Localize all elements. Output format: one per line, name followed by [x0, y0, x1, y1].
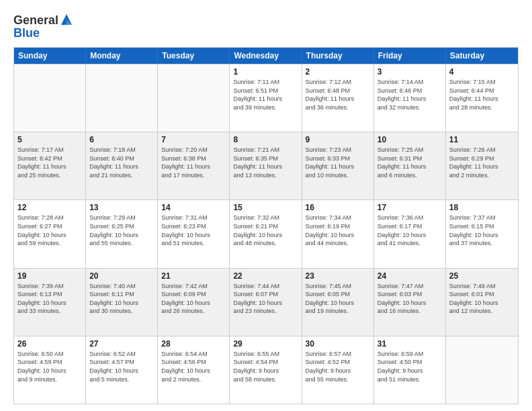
day-number: 12	[17, 203, 82, 212]
logo-icon	[60, 13, 73, 28]
calendar-cell-1-0: 5Sunrise: 7:17 AM Sunset: 6:42 PM Daylig…	[14, 132, 86, 199]
cell-info: Sunrise: 7:32 AM Sunset: 6:21 PM Dayligh…	[233, 214, 298, 247]
day-number: 7	[161, 135, 226, 144]
day-number: 27	[89, 339, 154, 349]
cell-info: Sunrise: 7:47 AM Sunset: 6:03 PM Dayligh…	[378, 282, 442, 316]
day-number: 13	[89, 203, 154, 212]
cell-info: Sunrise: 6:59 AM Sunset: 4:50 PM Dayligh…	[378, 350, 442, 383]
cell-info: Sunrise: 7:49 AM Sunset: 6:01 PM Dayligh…	[449, 282, 515, 316]
day-number: 26	[17, 339, 82, 349]
day-number: 8	[233, 135, 298, 144]
calendar-header-row: SundayMondayTuesdayWednesdayThursdayFrid…	[14, 48, 518, 64]
day-number: 4	[449, 67, 515, 77]
calendar-cell-4-3: 29Sunrise: 6:55 AM Sunset: 4:54 PM Dayli…	[230, 336, 302, 404]
logo-blue-text: Blue	[13, 26, 73, 40]
cell-info: Sunrise: 7:23 AM Sunset: 6:33 PM Dayligh…	[306, 146, 370, 179]
calendar-cell-1-2: 7Sunrise: 7:20 AM Sunset: 6:38 PM Daylig…	[158, 132, 230, 199]
calendar-header-wednesday: Wednesday	[230, 48, 302, 64]
day-number: 10	[378, 135, 442, 144]
day-number: 14	[161, 203, 226, 212]
calendar-cell-2-0: 12Sunrise: 7:28 AM Sunset: 6:27 PM Dayli…	[14, 200, 86, 267]
calendar-cell-1-1: 6Sunrise: 7:18 AM Sunset: 6:40 PM Daylig…	[86, 132, 158, 199]
cell-info: Sunrise: 7:40 AM Sunset: 6:11 PM Dayligh…	[89, 282, 154, 316]
cell-info: Sunrise: 7:20 AM Sunset: 6:38 PM Dayligh…	[161, 146, 226, 179]
cell-info: Sunrise: 7:34 AM Sunset: 6:19 PM Dayligh…	[306, 214, 370, 247]
day-number: 6	[89, 135, 154, 144]
cell-info: Sunrise: 7:28 AM Sunset: 6:27 PM Dayligh…	[17, 214, 82, 247]
day-number: 25	[449, 271, 515, 281]
calendar-cell-4-0: 26Sunrise: 6:50 AM Sunset: 4:59 PM Dayli…	[14, 336, 86, 404]
cell-info: Sunrise: 7:42 AM Sunset: 6:09 PM Dayligh…	[161, 282, 226, 316]
calendar-cell-1-4: 9Sunrise: 7:23 AM Sunset: 6:33 PM Daylig…	[302, 132, 374, 199]
calendar-row-4: 26Sunrise: 6:50 AM Sunset: 4:59 PM Dayli…	[14, 336, 518, 404]
calendar-cell-1-5: 10Sunrise: 7:25 AM Sunset: 6:31 PM Dayli…	[374, 132, 446, 199]
calendar-cell-4-1: 27Sunrise: 6:52 AM Sunset: 4:57 PM Dayli…	[86, 336, 158, 404]
cell-info: Sunrise: 7:29 AM Sunset: 6:25 PM Dayligh…	[89, 214, 154, 247]
calendar-cell-4-6	[446, 336, 518, 404]
calendar-cell-0-1	[86, 64, 158, 132]
page: General Blue SundayMondayTuesdayWednesda…	[0, 0, 532, 411]
day-number: 28	[161, 339, 226, 349]
day-number: 5	[17, 135, 82, 144]
day-number: 30	[306, 339, 370, 349]
day-number: 15	[233, 203, 298, 212]
day-number: 1	[233, 67, 298, 77]
calendar-cell-3-0: 19Sunrise: 7:39 AM Sunset: 6:13 PM Dayli…	[14, 269, 86, 336]
logo: General Blue	[13, 13, 73, 40]
calendar-cell-2-1: 13Sunrise: 7:29 AM Sunset: 6:25 PM Dayli…	[86, 200, 158, 267]
day-number: 21	[161, 271, 226, 281]
calendar-cell-0-6: 4Sunrise: 7:15 AM Sunset: 6:44 PM Daylig…	[446, 64, 518, 132]
cell-info: Sunrise: 7:12 AM Sunset: 6:48 PM Dayligh…	[306, 78, 370, 111]
day-number: 11	[449, 135, 515, 144]
calendar-cell-3-1: 20Sunrise: 7:40 AM Sunset: 6:11 PM Dayli…	[86, 269, 158, 336]
calendar-cell-3-4: 23Sunrise: 7:45 AM Sunset: 6:05 PM Dayli…	[302, 269, 374, 336]
calendar-cell-2-4: 16Sunrise: 7:34 AM Sunset: 6:19 PM Dayli…	[302, 200, 374, 267]
cell-info: Sunrise: 7:45 AM Sunset: 6:05 PM Dayligh…	[306, 282, 370, 316]
cell-info: Sunrise: 7:25 AM Sunset: 6:31 PM Dayligh…	[378, 146, 442, 179]
cell-info: Sunrise: 7:39 AM Sunset: 6:13 PM Dayligh…	[17, 282, 82, 316]
calendar-cell-3-6: 25Sunrise: 7:49 AM Sunset: 6:01 PM Dayli…	[446, 269, 518, 336]
calendar-row-2: 12Sunrise: 7:28 AM Sunset: 6:27 PM Dayli…	[14, 199, 518, 267]
cell-info: Sunrise: 7:17 AM Sunset: 6:42 PM Dayligh…	[17, 146, 82, 179]
calendar-cell-2-3: 15Sunrise: 7:32 AM Sunset: 6:21 PM Dayli…	[230, 200, 302, 267]
calendar-cell-2-2: 14Sunrise: 7:31 AM Sunset: 6:23 PM Dayli…	[158, 200, 230, 267]
day-number: 16	[306, 203, 370, 212]
calendar-cell-1-6: 11Sunrise: 7:26 AM Sunset: 6:29 PM Dayli…	[446, 132, 518, 199]
day-number: 17	[378, 203, 442, 212]
calendar-cell-0-0	[14, 64, 86, 132]
day-number: 31	[378, 339, 442, 349]
calendar-body: 1Sunrise: 7:11 AM Sunset: 6:51 PM Daylig…	[14, 64, 518, 404]
calendar-cell-2-6: 18Sunrise: 7:37 AM Sunset: 6:15 PM Dayli…	[446, 200, 518, 267]
calendar-cell-0-5: 3Sunrise: 7:14 AM Sunset: 6:46 PM Daylig…	[374, 64, 446, 132]
calendar-header-monday: Monday	[86, 48, 158, 64]
day-number: 29	[233, 339, 298, 349]
calendar-row-3: 19Sunrise: 7:39 AM Sunset: 6:13 PM Dayli…	[14, 268, 518, 336]
calendar-cell-0-2	[158, 64, 230, 132]
calendar-cell-0-4: 2Sunrise: 7:12 AM Sunset: 6:48 PM Daylig…	[302, 64, 374, 132]
cell-info: Sunrise: 6:52 AM Sunset: 4:57 PM Dayligh…	[89, 350, 154, 383]
cell-info: Sunrise: 7:26 AM Sunset: 6:29 PM Dayligh…	[449, 146, 515, 179]
calendar-row-1: 5Sunrise: 7:17 AM Sunset: 6:42 PM Daylig…	[14, 132, 518, 199]
calendar-cell-3-3: 22Sunrise: 7:44 AM Sunset: 6:07 PM Dayli…	[230, 269, 302, 336]
cell-info: Sunrise: 6:54 AM Sunset: 4:56 PM Dayligh…	[161, 350, 226, 383]
cell-info: Sunrise: 7:15 AM Sunset: 6:44 PM Dayligh…	[449, 78, 515, 111]
calendar-cell-3-2: 21Sunrise: 7:42 AM Sunset: 6:09 PM Dayli…	[158, 269, 230, 336]
calendar-cell-3-5: 24Sunrise: 7:47 AM Sunset: 6:03 PM Dayli…	[374, 269, 446, 336]
calendar-header-tuesday: Tuesday	[158, 48, 230, 64]
calendar-cell-0-3: 1Sunrise: 7:11 AM Sunset: 6:51 PM Daylig…	[230, 64, 302, 132]
day-number: 9	[306, 135, 370, 144]
cell-info: Sunrise: 7:18 AM Sunset: 6:40 PM Dayligh…	[89, 146, 154, 179]
day-number: 20	[89, 271, 154, 281]
calendar-header-sunday: Sunday	[14, 48, 86, 64]
calendar-cell-4-5: 31Sunrise: 6:59 AM Sunset: 4:50 PM Dayli…	[374, 336, 446, 404]
calendar-header-saturday: Saturday	[446, 48, 518, 64]
calendar-cell-1-3: 8Sunrise: 7:21 AM Sunset: 6:35 PM Daylig…	[230, 132, 302, 199]
day-number: 24	[378, 271, 442, 281]
cell-info: Sunrise: 6:57 AM Sunset: 4:52 PM Dayligh…	[306, 350, 370, 383]
cell-info: Sunrise: 7:31 AM Sunset: 6:23 PM Dayligh…	[161, 214, 226, 247]
cell-info: Sunrise: 7:21 AM Sunset: 6:35 PM Dayligh…	[233, 146, 298, 179]
day-number: 18	[449, 203, 515, 212]
header: General Blue	[13, 11, 519, 40]
cell-info: Sunrise: 6:55 AM Sunset: 4:54 PM Dayligh…	[233, 350, 298, 383]
cell-info: Sunrise: 7:44 AM Sunset: 6:07 PM Dayligh…	[233, 282, 298, 316]
